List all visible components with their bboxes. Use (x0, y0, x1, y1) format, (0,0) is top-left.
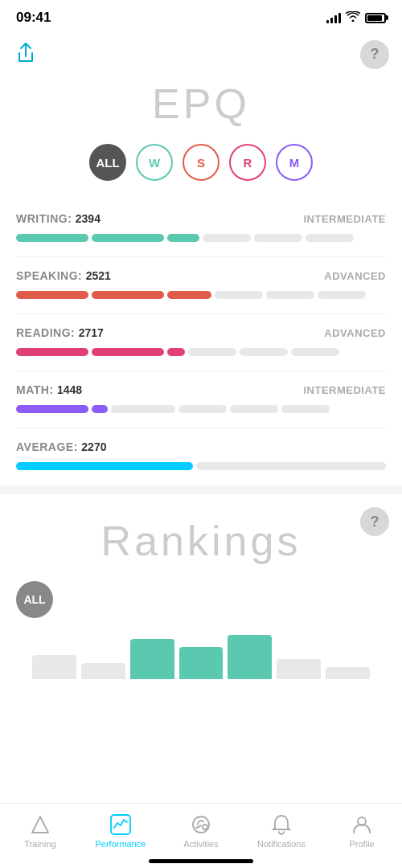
profile-icon (351, 813, 373, 836)
svg-point-3 (203, 825, 207, 829)
help-button[interactable]: ? (360, 40, 389, 69)
reading-level: ADVANCED (324, 327, 386, 339)
filter-math[interactable]: M (276, 144, 313, 181)
average-label: AVERAGE: (16, 440, 78, 453)
reading-progress (16, 348, 386, 356)
page-title: EPQ (0, 73, 402, 144)
writing-label: WRITING: (16, 212, 72, 225)
math-row: MATH: 1448 INTERMEDIATE (16, 371, 386, 428)
rankings-section: ? Rankings ALL (0, 494, 402, 679)
reading-label: READING: (16, 326, 75, 339)
speaking-value: 2521 (86, 269, 111, 282)
status-bar: 09:41 (0, 0, 402, 32)
reading-row: READING: 2717 ADVANCED (16, 314, 386, 371)
writing-level: INTERMEDIATE (303, 213, 386, 225)
speaking-label: SPEAKING: (16, 269, 82, 282)
nav-notifications[interactable]: Notifications (241, 810, 322, 852)
average-row: AVERAGE: 2270 (16, 428, 386, 485)
math-level: INTERMEDIATE (303, 384, 386, 396)
battery-icon (365, 13, 386, 23)
nav-profile-label: Profile (349, 839, 374, 849)
speaking-row: SPEAKING: 2521 ADVANCED (16, 257, 386, 314)
reading-value: 2717 (79, 326, 104, 339)
nav-activities-label: Activities (183, 839, 218, 849)
speaking-level: ADVANCED (324, 270, 386, 282)
math-label: MATH: (16, 383, 54, 396)
math-value: 1448 (57, 383, 82, 396)
rankings-all-filter[interactable]: ALL (16, 581, 53, 618)
nav-performance-label: Performance (96, 839, 146, 849)
rankings-filter: ALL (16, 581, 386, 631)
filter-tabs: ALL W S R M (0, 144, 402, 200)
writing-row: WRITING: 2394 INTERMEDIATE (16, 200, 386, 257)
status-icons (326, 11, 386, 24)
nav-notifications-label: Notifications (257, 839, 306, 849)
filter-speaking[interactable]: S (183, 144, 219, 181)
performance-icon (109, 813, 132, 836)
share-button[interactable] (13, 39, 39, 70)
filter-all[interactable]: ALL (89, 144, 126, 181)
svg-marker-0 (32, 817, 48, 833)
filter-reading[interactable]: R (229, 144, 266, 181)
home-indicator (149, 859, 253, 863)
nav-performance[interactable]: Performance (80, 810, 161, 852)
wifi-icon (346, 11, 360, 24)
writing-value: 2394 (76, 212, 100, 225)
nav-training[interactable]: Training (0, 810, 80, 852)
scores-container: WRITING: 2394 INTERMEDIATE SPEAKING: 252… (0, 200, 402, 485)
speaking-progress (16, 291, 386, 299)
average-value: 2270 (81, 440, 106, 453)
activities-icon (190, 813, 212, 836)
average-progress (16, 462, 386, 470)
writing-progress (16, 234, 386, 242)
training-icon (29, 813, 51, 836)
section-divider (0, 485, 402, 494)
status-time: 09:41 (16, 10, 51, 26)
top-actions: ? (0, 32, 402, 73)
signal-icon (326, 12, 341, 23)
rankings-help-button[interactable]: ? (360, 507, 389, 536)
nav-activities[interactable]: Activities (161, 810, 241, 852)
bottom-nav: Training Performance Activities (0, 803, 402, 868)
math-progress (16, 405, 386, 413)
rankings-chart-preview (16, 631, 386, 679)
nav-training-label: Training (24, 839, 55, 849)
filter-writing[interactable]: W (136, 144, 173, 181)
rankings-title: Rankings (16, 510, 386, 581)
nav-profile[interactable]: Profile (322, 810, 402, 852)
notifications-icon (270, 813, 293, 836)
